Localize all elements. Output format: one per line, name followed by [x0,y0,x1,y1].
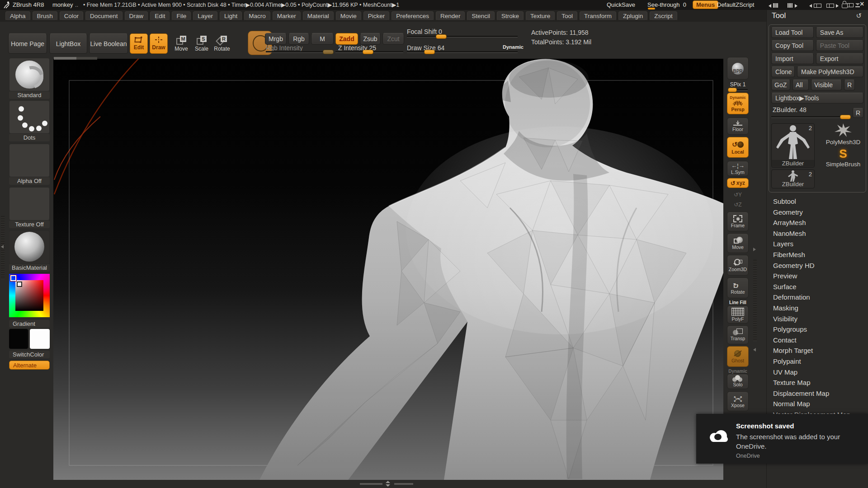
gradient-label[interactable]: Gradient [9,320,50,328]
tool-section-fibermesh[interactable]: FiberMesh [767,249,868,260]
menu-item-alpha[interactable]: Alpha [5,11,30,21]
shrink-left-icon[interactable] [769,2,778,9]
menu-item-stencil[interactable]: Stencil [467,11,495,21]
stroke-type-dots[interactable] [9,100,50,134]
tool-section-normal-map[interactable]: Normal Map [767,399,868,409]
zbuilder-slider[interactable]: ZBuilder. 48 R [771,105,863,123]
goz-all-button[interactable]: All [793,80,809,90]
shelf-arrow2-icon[interactable] [753,348,756,352]
import-button[interactable]: Import [771,53,814,64]
sv-selector[interactable] [17,282,22,287]
color-picker[interactable] [9,274,50,317]
move-view-button[interactable]: Move [727,233,749,253]
tool-thumb-polymesh3d[interactable]: PolyMesh3D [818,123,868,144]
menu-item-movie[interactable]: Movie [336,11,361,21]
material-slot[interactable] [9,230,50,264]
menu-item-edit[interactable]: Edit [150,11,170,21]
local-button[interactable]: ↺ Local [727,137,749,158]
menus-button[interactable]: Menus [693,0,718,9]
transp-button[interactable]: Transp [727,325,749,344]
tool-section-uv-map[interactable]: UV Map [767,367,868,378]
secondary-color-swatch[interactable] [30,329,50,349]
current-brush-standard[interactable] [9,58,50,91]
alternate-button[interactable]: Alternate [9,361,50,370]
menu-item-color[interactable]: Color [60,11,83,21]
see-through-knob[interactable] [648,8,655,9]
frame-button[interactable]: Frame [727,211,749,231]
mrgb-button[interactable]: Mrgb [265,33,287,45]
menu-item-tool[interactable]: Tool [557,11,577,21]
ghost-button[interactable]: Ghost [727,346,749,367]
menu-item-draw[interactable]: Draw [125,11,148,21]
rotate-button[interactable]: R Rotate [212,34,231,54]
menu-item-preferences[interactable]: Preferences [392,11,434,21]
panel-cycle-icon[interactable]: ↺ [856,12,862,20]
shrink-right-icon[interactable] [788,2,797,9]
load-tool-button[interactable]: Load Tool [771,27,814,38]
solo-button[interactable]: Solo [727,374,749,389]
menu-item-layer[interactable]: Layer [193,11,217,21]
alpha-slot[interactable] [9,144,50,177]
tool-section-arraymesh[interactable]: ArrayMesh [767,217,868,228]
export-button[interactable]: Export [816,53,863,64]
dynamic-toggle[interactable]: Dynamic [503,44,524,50]
zscript-button[interactable]: DefaultZScript [717,1,754,8]
polyf-button[interactable]: PolyF [727,305,749,324]
cascade-left-icon[interactable] [809,2,821,9]
tool-section-visibility[interactable]: Visibility [767,314,868,324]
zcut-button[interactable]: Zcut [382,33,404,45]
menu-item-macro[interactable]: Macro [244,11,270,21]
tool-section-preview[interactable]: Preview [767,271,868,282]
goz-visible-button[interactable]: Visible [811,80,842,90]
close-button[interactable]: × [860,0,864,8]
menu-item-marker[interactable]: Marker [273,11,301,21]
see-through-slider[interactable]: See-through 0 [647,1,686,8]
zadd-button[interactable]: Zadd [335,33,358,45]
tool-section-nanomesh[interactable]: NanoMesh [767,228,868,239]
tool-section-surface[interactable]: Surface [767,282,868,292]
bottom-scroll-right[interactable] [394,483,413,485]
tool-section-subtool[interactable]: Subtool [767,196,868,207]
restore-button[interactable] [847,2,854,9]
viewport-canvas[interactable] [53,59,723,480]
tool-section-masking[interactable]: Masking [767,303,868,314]
cascade-right-icon[interactable] [826,2,839,9]
focal-shift-knob[interactable] [436,34,447,39]
menu-item-document[interactable]: Document [85,11,123,21]
live-boolean-button[interactable]: Live Boolean [89,33,128,54]
lightbox-tools-button[interactable]: Lightbox▶Tools [771,93,863,103]
menu-item-material[interactable]: Material [303,11,334,21]
tool-section-geometry[interactable]: Geometry [767,207,868,218]
tool-section-morph-target[interactable]: Morph Target [767,345,868,356]
edit-button[interactable]: Edit [130,33,148,54]
right-shelf-scroll[interactable] [753,260,757,341]
rgb-intensity-knob[interactable] [323,50,334,54]
expand-down-icon[interactable] [386,484,390,487]
tool-section-polypaint[interactable]: Polypaint [767,356,868,367]
bottom-scroll-left[interactable] [360,483,382,485]
canvas-hscroll[interactable] [54,57,76,60]
save-as-button[interactable]: Save As [816,27,863,38]
menu-item-zplugin[interactable]: Zplugin [618,11,647,21]
persp-button[interactable]: Dynamic Persp [727,93,749,114]
goz-button[interactable]: GoZ [771,80,790,90]
tool-section-contact[interactable]: Contact [767,335,868,346]
minimize-button[interactable] [855,3,860,7]
draw-size-track[interactable] [407,51,518,52]
tool-thumb-zbuilder-small[interactable]: 2 ZBuilder [771,169,815,188]
sculpt-model[interactable] [53,59,723,480]
menu-item-transform[interactable]: Transform [580,11,616,21]
move-button[interactable]: M Move [172,34,191,54]
menu-item-brush[interactable]: Brush [33,11,57,21]
draw-size-knob[interactable] [424,50,435,54]
rotate-view-button[interactable]: ↻ Rotate [727,277,749,298]
lsym-button[interactable]: ←¦→ L.Sym [727,161,749,176]
hue-selector[interactable] [10,275,16,281]
tool-section-layers[interactable]: Layers [767,239,868,249]
home-page-button[interactable]: Home Page [8,33,47,54]
clone-button[interactable]: Clone [771,66,795,77]
tool-section-polygroups[interactable]: Polygroups [767,324,868,335]
zbuilder-knob[interactable] [840,115,851,119]
focal-shift-track[interactable] [407,36,518,37]
spix-slider[interactable]: SPix 1 [727,81,749,88]
